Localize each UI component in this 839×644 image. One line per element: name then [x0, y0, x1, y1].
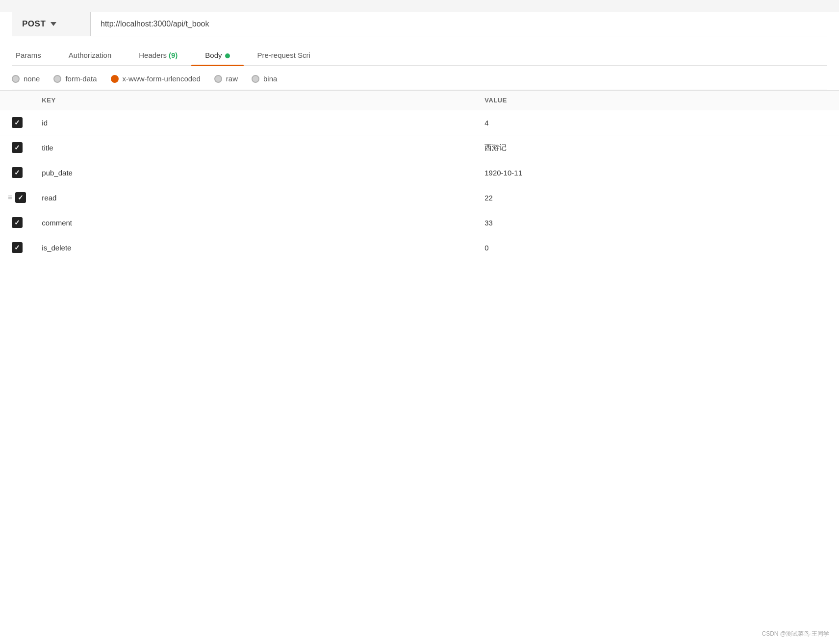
checkbox-box[interactable]: ✓ [12, 167, 23, 178]
checkmark-icon: ✓ [14, 119, 20, 126]
radio-circle-none [12, 75, 20, 83]
checkbox-box[interactable]: ✓ [12, 117, 23, 128]
checkmark-icon: ✓ [14, 144, 20, 151]
key-cell[interactable]: title [34, 135, 477, 160]
checkmark-icon: ✓ [14, 169, 20, 176]
footer-watermark: CSDN @测试菜鸟-王同学 [762, 630, 829, 638]
radio-circle-binary [252, 75, 259, 83]
table-row: ✓is_delete0 [0, 235, 839, 260]
radio-x-www-form-urlencoded[interactable]: x-www-form-urlencoded [111, 74, 201, 83]
checkbox-box[interactable]: ✓ [12, 142, 23, 153]
checkbox-box[interactable]: ✓ [12, 217, 23, 228]
tabs-row: Params Authorization Headers(9) Body Pre… [12, 45, 827, 66]
checkbox-cell: ✓ [0, 160, 34, 185]
radio-circle-x-www [111, 75, 119, 83]
tab-headers[interactable]: Headers(9) [125, 45, 191, 65]
app-container: POST Params Authorization Headers(9) Bod… [0, 12, 839, 644]
value-cell[interactable]: 33 [477, 210, 839, 235]
radio-circle-raw [214, 75, 222, 83]
col-header-key: KEY [34, 91, 477, 110]
tab-body[interactable]: Body [191, 45, 243, 65]
drag-icon: ≡ [8, 193, 12, 202]
checkbox-box[interactable]: ✓ [12, 242, 23, 253]
value-cell[interactable]: 0 [477, 235, 839, 260]
table-row: ✓comment33 [0, 210, 839, 235]
col-header-value: VALUE [477, 91, 839, 110]
table-row: ✓id4 [0, 110, 839, 135]
method-label: POST [22, 19, 46, 29]
checkbox-cell: ✓ [0, 110, 34, 135]
headers-badge: (9) [169, 51, 178, 59]
key-cell[interactable]: read [34, 185, 477, 210]
tab-authorization[interactable]: Authorization [55, 45, 126, 65]
radio-circle-form-data [53, 75, 61, 83]
checkmark-icon: ✓ [14, 244, 20, 251]
url-bar: POST [12, 12, 827, 36]
radio-none[interactable]: none [12, 74, 40, 83]
radio-binary[interactable]: bina [252, 74, 277, 83]
radio-raw[interactable]: raw [214, 74, 238, 83]
body-dot [225, 53, 230, 58]
table-body: ✓id4✓title西游记✓pub_date1920-10-11≡✓read22… [0, 110, 839, 260]
checkbox-cell: ✓ [0, 135, 34, 160]
tab-pre-request[interactable]: Pre-request Scri [244, 45, 324, 65]
body-type-row: none form-data x-www-form-urlencoded raw… [12, 74, 827, 90]
checkbox-cell: ✓ [0, 210, 34, 235]
table-row: ✓title西游记 [0, 135, 839, 160]
value-cell[interactable]: 1920-10-11 [477, 160, 839, 185]
url-input[interactable] [91, 13, 827, 35]
key-cell[interactable]: comment [34, 210, 477, 235]
key-cell[interactable]: is_delete [34, 235, 477, 260]
value-cell[interactable]: 西游记 [477, 135, 839, 160]
key-cell[interactable]: id [34, 110, 477, 135]
radio-form-data[interactable]: form-data [53, 74, 97, 83]
key-cell[interactable]: pub_date [34, 160, 477, 185]
table-row: ≡✓read22 [0, 185, 839, 210]
tab-params[interactable]: Params [12, 45, 55, 65]
checkmark-icon: ✓ [14, 219, 20, 226]
checkbox-cell: ✓ [0, 235, 34, 260]
checkbox-cell: ≡✓ [0, 185, 34, 210]
params-table: KEY VALUE ✓id4✓title西游记✓pub_date1920-10-… [0, 90, 839, 260]
chevron-down-icon [51, 22, 56, 26]
table-row: ✓pub_date1920-10-11 [0, 160, 839, 185]
checkmark-icon: ✓ [18, 194, 24, 201]
value-cell[interactable]: 22 [477, 185, 839, 210]
col-header-checkbox [0, 91, 34, 110]
checkbox-box[interactable]: ✓ [15, 192, 26, 203]
method-selector[interactable]: POST [12, 12, 91, 36]
table-header-row: KEY VALUE [0, 91, 839, 110]
value-cell[interactable]: 4 [477, 110, 839, 135]
